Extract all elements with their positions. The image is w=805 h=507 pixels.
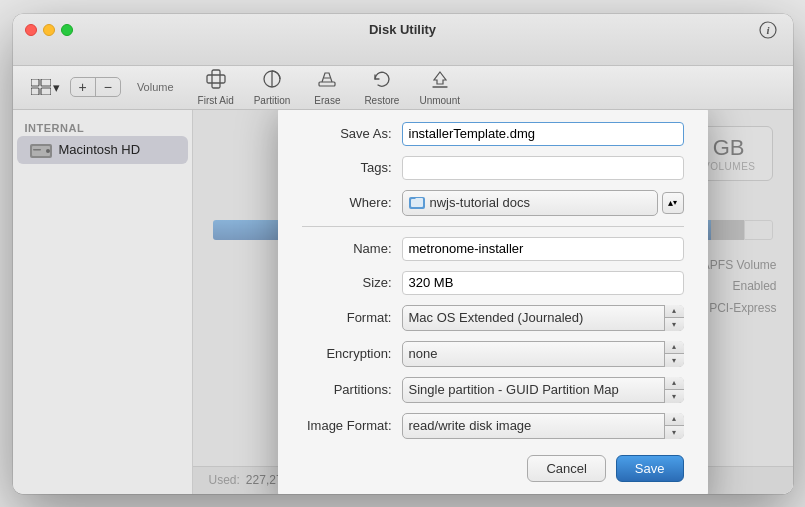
firstaid-label: First Aid [198,95,234,106]
partition-button[interactable]: Partition [246,64,299,110]
size-input[interactable] [402,271,684,295]
size-label: Size: [302,275,402,290]
partitions-stepper-down[interactable]: ▾ [665,390,684,403]
encryption-label: Encryption: [302,346,402,361]
svg-rect-7 [207,75,225,83]
encryption-stepper-up[interactable]: ▴ [665,341,684,355]
image-format-label: Image Format: [302,418,402,433]
partitions-label: Partitions: [302,382,402,397]
format-stepper-down[interactable]: ▾ [665,318,684,331]
volume-buttons: + − [70,77,121,97]
svg-rect-2 [31,79,39,86]
save-dialog: Save As: Tags: Where: [278,110,708,494]
where-row: Where: nwjs-tutorial docs [302,190,684,216]
size-row: Size: [302,271,684,295]
partitions-select-wrapper: Single partition - GUID Partition Map ▴ … [402,377,684,403]
save-button[interactable]: Save [616,455,684,482]
format-row: Format: Mac OS Extended (Journaled) ▴ ▾ [302,305,684,331]
firstaid-icon [205,68,227,93]
disk-icon [29,140,53,160]
svg-rect-3 [41,79,51,86]
cancel-button[interactable]: Cancel [527,455,605,482]
svg-rect-4 [31,88,39,95]
unmount-icon [429,68,451,93]
disk-utility-window: Disk Utility i ▾ + − Volume [13,14,793,494]
view-button[interactable]: ▾ [25,75,66,99]
volume-label: Volume [137,81,174,93]
erase-icon [316,68,338,93]
format-select-wrapper: Mac OS Extended (Journaled) ▴ ▾ [402,305,684,331]
encryption-row: Encryption: none ▴ ▾ [302,341,684,367]
svg-point-16 [46,149,50,153]
image-format-row: Image Format: read/write disk image ▴ ▾ [302,413,684,439]
chevron-down-icon: ▾ [673,198,677,207]
name-row: Name: [302,237,684,261]
svg-rect-17 [33,149,41,151]
partitions-row: Partitions: Single partition - GUID Part… [302,377,684,403]
name-label: Name: [302,241,402,256]
encryption-select[interactable]: none [402,341,684,367]
info-button[interactable]: i [757,19,779,41]
unmount-button[interactable]: Unmount [411,64,468,110]
tags-input[interactable] [402,156,684,180]
restore-label: Restore [364,95,399,106]
partitions-stepper: ▴ ▾ [664,377,684,403]
tags-row: Tags: [302,156,684,180]
erase-button[interactable]: Erase [302,64,352,110]
add-volume-button[interactable]: + [71,78,96,96]
where-chevron-button[interactable]: ▴ ▾ [662,192,684,214]
sidebar: Internal Macintosh HD [13,110,193,494]
erase-label: Erase [314,95,340,106]
format-label: Format: [302,310,402,325]
svg-text:i: i [766,24,770,36]
minimize-button[interactable] [43,24,55,36]
save-as-row: Save As: [302,122,684,146]
modal-buttons: Cancel Save [302,455,684,482]
image-format-stepper-down[interactable]: ▾ [665,426,684,439]
content-area: 250,69 GB SHARED BY 4 VOLUMES APFS Volum… [193,110,793,494]
encryption-stepper: ▴ ▾ [664,341,684,367]
restore-icon [371,68,393,93]
format-select[interactable]: Mac OS Extended (Journaled) [402,305,684,331]
sidebar-item-label-macintosh-hd: Macintosh HD [59,142,141,157]
name-input[interactable] [402,237,684,261]
where-label: Where: [302,195,402,210]
save-as-label: Save As: [302,126,402,141]
window-title: Disk Utility [369,22,436,37]
image-format-select[interactable]: read/write disk image [402,413,684,439]
image-format-stepper: ▴ ▾ [664,413,684,439]
partitions-select[interactable]: Single partition - GUID Partition Map [402,377,684,403]
view-chevron: ▾ [53,80,60,95]
sidebar-section-internal: Internal [13,118,192,136]
remove-volume-button[interactable]: − [96,78,120,96]
restore-button[interactable]: Restore [356,64,407,110]
svg-marker-12 [434,72,446,84]
modal-overlay: Save As: Tags: Where: [193,110,793,494]
tags-label: Tags: [302,160,402,175]
close-button[interactable] [25,24,37,36]
encryption-stepper-down[interactable]: ▾ [665,354,684,367]
svg-rect-5 [41,88,51,95]
folder-icon [409,197,425,209]
image-format-select-wrapper: read/write disk image ▴ ▾ [402,413,684,439]
divider [302,226,684,227]
sidebar-item-macintosh-hd[interactable]: Macintosh HD [17,136,188,164]
titlebar: Disk Utility i [13,14,793,66]
svg-rect-6 [212,70,220,88]
toolbar: ▾ + − Volume First Aid [13,66,793,110]
maximize-button[interactable] [61,24,73,36]
encryption-select-wrapper: none ▴ ▾ [402,341,684,367]
firstaid-button[interactable]: First Aid [190,64,242,110]
partition-icon [261,68,283,93]
partitions-stepper-up[interactable]: ▴ [665,377,684,391]
format-stepper-up[interactable]: ▴ [665,305,684,319]
where-wrapper: nwjs-tutorial docs ▴ ▾ [402,190,684,216]
partition-label: Partition [254,95,291,106]
unmount-label: Unmount [419,95,460,106]
save-as-input[interactable] [402,122,684,146]
image-format-stepper-up[interactable]: ▴ [665,413,684,427]
main-area: Internal Macintosh HD 250,69 GB SHARED B [13,110,793,494]
traffic-lights [25,24,73,36]
svg-rect-10 [319,82,335,86]
folder-select-button[interactable]: nwjs-tutorial docs [402,190,658,216]
